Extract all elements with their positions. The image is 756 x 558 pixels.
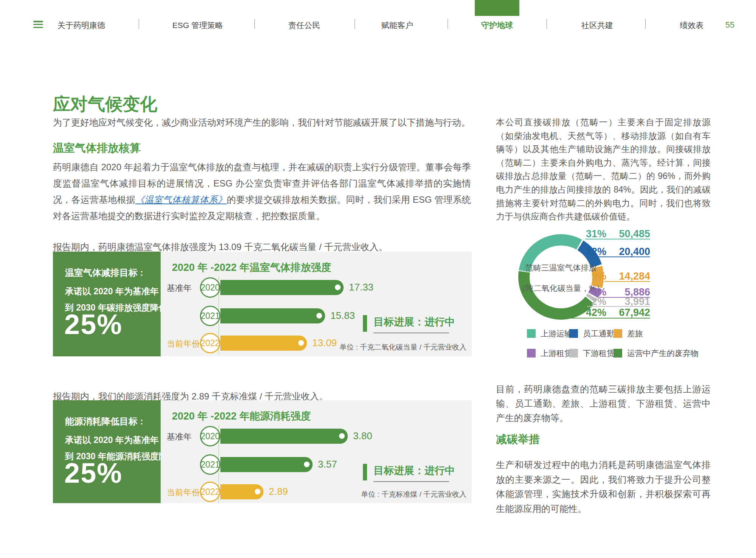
bar-value: 15.83 (330, 310, 355, 322)
progress-underline (373, 333, 449, 333)
ghg-protocol-link[interactable]: 《温室气体核算体系》 (135, 194, 227, 205)
legend-swatch-operations-waste (613, 349, 622, 357)
year-circle: 2022 (200, 482, 220, 502)
leader-line (569, 318, 650, 319)
nav-item-citizen[interactable]: 责任公民 (288, 20, 320, 31)
nav-item-about[interactable]: 关于药明康德 (57, 20, 105, 31)
energy-plot-area: 2020 年 -2022 年能源消耗强度 基准年 2020 3.80 2021 … (161, 400, 472, 503)
bar-value: 3.57 (318, 459, 337, 470)
bar-value: 3.80 (353, 430, 372, 442)
slice-value: 50,485 (610, 228, 650, 240)
nav-item-performance[interactable]: 绩效表 (680, 20, 704, 31)
legend-label: 差旅 (627, 329, 643, 338)
legend-swatch-upstream-transport (527, 329, 536, 338)
nav-item-esg-strategy[interactable]: ESG 管理策略 (172, 20, 223, 31)
legend-swatch-commuting (569, 329, 578, 338)
menu-icon[interactable] (33, 21, 43, 28)
chart-title: 2020 年 -2022 年温室气体排放强度 (172, 261, 332, 274)
row-group-label: 基准年 (167, 283, 192, 294)
page-number: 55 (725, 20, 734, 30)
row-group-label: 当前年份 (167, 487, 200, 498)
year-circle: 2020 (200, 277, 220, 298)
energy-intensity-chart: 能源消耗降低目标 : 承诺以 2020 年为基准年， 到 2030 年能源消耗强… (53, 400, 472, 503)
slice-label-upstream-transport: 31%50,485 (584, 228, 650, 240)
scope3-note-paragraph: 目前，药明康德盘查的范畴三碳排放主要包括上游运输、员工通勤、差旅、上游租赁、下游… (496, 382, 711, 425)
goal-line: 承诺以 2020 年为基准年， (65, 286, 167, 297)
menu-icon-bar (33, 21, 43, 22)
nav-separator (139, 19, 139, 29)
donut-hole (530, 246, 592, 308)
nav-separator (547, 19, 547, 29)
active-tab-marker (475, 0, 519, 16)
slice-value: 20,400 (610, 246, 650, 258)
slice-pct: 9% (584, 270, 606, 282)
bar-dot (335, 284, 341, 290)
bar-value: 13.09 (312, 337, 337, 349)
reduction-paragraph: 生产和研发过程中的电力消耗是药明康德温室气体排放的主要来源之一。因此，我们将致力… (496, 458, 711, 516)
progress-text: 目标进展：进行中 (373, 315, 455, 329)
legend-label: 上游运输 (541, 329, 572, 338)
slice-pct: 31% (584, 228, 606, 240)
goal-progress: 目标进展：进行中 (363, 314, 461, 337)
slice-label-operations-waste: 42%67,942 (584, 307, 650, 319)
year-circle: 2022 (200, 333, 220, 353)
legend-label: 运营中产生的废弃物 (627, 349, 699, 357)
bar-2021 (220, 308, 325, 323)
bar-dot (304, 462, 310, 467)
leader-line (585, 239, 650, 239)
goal-percentage: 25% (64, 308, 122, 340)
chart-row: 基准年 2020 3.80 (161, 426, 472, 446)
nav-item-customers[interactable]: 赋能客户 (381, 20, 413, 31)
slice-label-business-travel: 9%14,284 (584, 270, 650, 282)
nav-item-planet[interactable]: 守护地球 (481, 20, 513, 31)
scope12-paragraph: 本公司直接碳排放（范畴一）主要来自于固定排放源（如柴油发电机、天然气等）、移动排… (496, 116, 711, 224)
esg-report-page: 关于药明康德 ESG 管理策略 责任公民 赋能客户 守护地球 社区共建 绩效表 … (0, 0, 756, 558)
legend-swatch-business-travel (613, 329, 622, 338)
slice-pct: 12% (584, 246, 606, 258)
page-title: 应对气候变化 (53, 93, 157, 116)
bar-value: 2.89 (269, 486, 288, 497)
ghg-goal-panel: 温室气体减排目标 : 承诺以 2020 年为基准年， 到 2030 年碳排放强度… (53, 252, 161, 356)
ghg-plot-area: 2020 年 -2022 年温室气体排放强度 基准年 2020 17.33 20… (161, 252, 472, 356)
bar-2020 (220, 280, 344, 295)
goal-percentage: 25% (64, 457, 122, 489)
unit-label: 单位 : 千克二氧化碳当量 / 千元营业收入 (339, 342, 466, 352)
bar-dot (316, 313, 322, 319)
section-heading-ghg-accounting: 温室气体排放核算 (53, 141, 141, 156)
year-circle: 2021 (200, 454, 220, 475)
legend-label: 员工通勤 (583, 329, 615, 338)
progress-marker (363, 464, 367, 480)
bar-value: 17.33 (349, 281, 373, 293)
slice-pct: 42% (584, 307, 606, 319)
nav-item-community[interactable]: 社区共建 (581, 20, 613, 31)
bar-2022 (220, 484, 263, 499)
progress-marker (363, 315, 367, 332)
legend-swatch-upstream-leased (527, 349, 536, 357)
bar-dot (298, 340, 304, 346)
nav-separator (355, 19, 355, 29)
slice-value: 14,284 (610, 270, 650, 282)
nav-separator (448, 19, 448, 29)
energy-goal-panel: 能源消耗降低目标 : 承诺以 2020 年为基准年， 到 2030 年能源消耗强… (53, 400, 161, 503)
nav-separator (254, 19, 255, 29)
year-circle: 2020 (200, 426, 220, 446)
unit-label: 单位 : 千克标准煤 / 千元营业收入 (361, 490, 466, 499)
ghg-intensity-chart: 温室气体减排目标 : 承诺以 2020 年为基准年， 到 2030 年碳排放强度… (53, 252, 472, 356)
slice-label-commuting: 12%20,400 (584, 246, 650, 258)
goal-line: 承诺以 2020 年为基准年， (65, 434, 167, 446)
legend-label: 下游租赁 (583, 349, 615, 357)
intro-paragraph: 为了更好地应对气候变化，减少商业活动对环境产生的影响，我们针对节能减碳开展了以下… (53, 117, 476, 129)
section-heading-reduction: 减碳举措 (496, 432, 540, 447)
nav-separator (645, 19, 646, 29)
progress-underline (373, 481, 449, 482)
bar-2021 (220, 457, 313, 472)
bar-dot (339, 433, 345, 439)
leader-line (596, 256, 650, 257)
legend-label: 上游租赁 (541, 349, 572, 357)
bar-2020 (220, 429, 348, 444)
row-group-label: 当前年份 (167, 338, 200, 350)
goal-title: 温室气体减排目标 : (65, 267, 143, 279)
legend-swatch-downstream-leased (569, 349, 578, 357)
menu-icon-bar (33, 24, 43, 25)
row-group-label: 基准年 (167, 431, 192, 443)
